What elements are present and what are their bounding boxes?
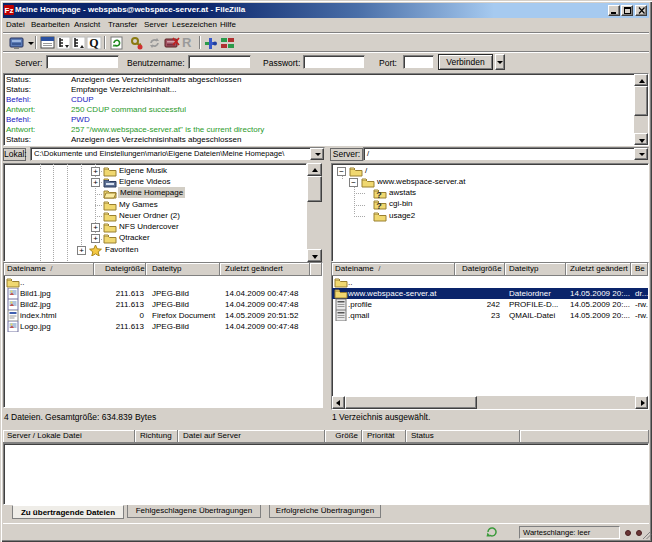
svg-text:Fz: Fz [5, 6, 14, 15]
svg-text:?: ? [376, 201, 382, 211]
svg-text:Q: Q [89, 36, 98, 50]
